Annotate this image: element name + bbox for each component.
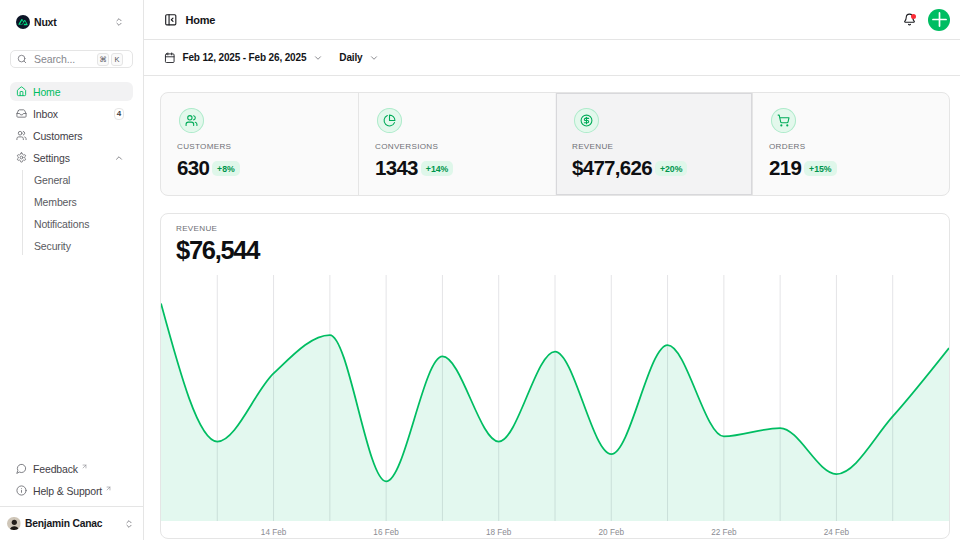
sidebar-item-settings[interactable]: Settings <box>10 148 133 167</box>
shopping-cart-icon <box>771 108 796 133</box>
stat-delta-badge: +20% <box>655 161 687 177</box>
stat-revenue[interactable]: REVENUE $477,626+20% <box>555 93 752 195</box>
chart-label: REVENUE <box>176 224 934 233</box>
kbd-k: K <box>111 53 123 66</box>
external-link-arrow-icon <box>105 485 112 492</box>
search-input[interactable]: Search... ⌘ K <box>10 50 133 68</box>
stat-delta-badge: +8% <box>212 161 240 177</box>
circle-dollar-sign-icon <box>574 108 599 133</box>
house-icon <box>16 86 27 97</box>
stat-delta-badge: +14% <box>421 161 453 177</box>
team-switcher[interactable]: Nuxt <box>10 12 133 31</box>
info-circle-icon <box>16 485 27 496</box>
stat-value: 630 <box>177 156 209 180</box>
page-title: Home <box>186 14 216 26</box>
stat-delta-badge: +15% <box>804 161 836 177</box>
x-tick-label: 16 Feb <box>373 528 399 537</box>
period-select[interactable]: Daily <box>339 52 379 63</box>
panel-left-close-icon[interactable] <box>164 13 178 27</box>
sidebar-item-label: Security <box>34 240 71 252</box>
search-placeholder: Search... <box>34 53 92 65</box>
kbd-meta: ⌘ <box>97 53 109 66</box>
chevrons-up-down-icon <box>114 13 124 31</box>
user-name: Benjamin Canac <box>25 518 102 529</box>
date-range-value: Feb 12, 2025 - Feb 26, 2025 <box>183 52 307 63</box>
sidebar-item-security[interactable]: Security <box>23 236 133 255</box>
sidebar-nav: Home Inbox 4 Customers Settings <box>10 82 133 258</box>
chevron-up-icon <box>114 153 124 163</box>
x-tick-label: 14 Feb <box>261 528 287 537</box>
settings-gear-icon <box>16 152 27 163</box>
x-tick-label: 20 Feb <box>599 528 625 537</box>
inbox-icon <box>16 108 27 119</box>
users-icon <box>16 130 27 141</box>
sidebar-item-label: Help & Support <box>33 485 102 497</box>
dashboard-content: CUSTOMERS 630+8% CONVERSIONS 1343+14% RE… <box>144 76 960 540</box>
calendar-icon <box>164 52 176 64</box>
search-icon <box>17 54 27 64</box>
main-panel: Home Feb 12, 2025 - Feb 26, 2025 Daily <box>144 0 960 540</box>
chart-pie-icon <box>377 108 402 133</box>
users-icon <box>179 108 204 133</box>
chevron-down-icon <box>313 53 323 63</box>
x-tick-label: 18 Feb <box>486 528 512 537</box>
x-tick-label: 24 Feb <box>824 528 850 537</box>
stats-row: CUSTOMERS 630+8% CONVERSIONS 1343+14% RE… <box>160 92 950 196</box>
nuxt-logo-icon <box>16 15 30 29</box>
stat-orders[interactable]: ORDERS 219+15% <box>752 93 949 195</box>
notifications-button[interactable] <box>903 13 916 26</box>
sidebar-item-home[interactable]: Home <box>10 82 133 101</box>
add-button[interactable] <box>928 9 950 31</box>
settings-subnav: General Members Notifications Security <box>22 170 133 255</box>
sidebar-item-label: Feedback <box>33 463 78 475</box>
header-actions <box>903 9 950 31</box>
revenue-area-chart[interactable] <box>161 275 949 521</box>
sidebar-footer: Feedback Help & Support <box>10 459 133 503</box>
chevron-down-icon <box>369 53 379 63</box>
page-header: Home <box>144 0 960 40</box>
sidebar-item-label: Settings <box>33 152 70 164</box>
sidebar-item-label: Members <box>34 196 77 208</box>
stat-label: ORDERS <box>769 142 941 151</box>
message-circle-icon <box>16 463 27 474</box>
stat-customers[interactable]: CUSTOMERS 630+8% <box>161 93 358 195</box>
filter-toolbar: Feb 12, 2025 - Feb 26, 2025 Daily <box>144 40 960 76</box>
sidebar-item-label: Notifications <box>34 218 89 230</box>
sidebar-item-members[interactable]: Members <box>23 192 133 211</box>
sidebar-item-label: Customers <box>33 130 82 142</box>
sidebar-item-label: Inbox <box>33 108 58 120</box>
sidebar-item-inbox[interactable]: Inbox 4 <box>10 104 133 123</box>
sidebar-item-label: Home <box>33 86 60 98</box>
date-range-picker[interactable]: Feb 12, 2025 - Feb 26, 2025 <box>164 52 323 64</box>
sidebar-item-general[interactable]: General <box>23 170 133 189</box>
stat-conversions[interactable]: CONVERSIONS 1343+14% <box>358 93 555 195</box>
x-tick-label: 22 Feb <box>711 528 737 537</box>
sidebar-item-notifications[interactable]: Notifications <box>23 214 133 233</box>
stat-value: $477,626 <box>572 156 652 180</box>
sidebar-main: Nuxt Search... ⌘ K Home Inbox 4 <box>0 0 143 503</box>
external-link-arrow-icon <box>81 463 88 470</box>
sidebar-item-customers[interactable]: Customers <box>10 126 133 145</box>
sidebar-user-section: Benjamin Canac <box>0 506 143 540</box>
avatar <box>7 517 21 531</box>
plus-icon <box>932 12 947 27</box>
chart-x-axis-labels: 14 Feb16 Feb18 Feb20 Feb22 Feb24 Feb <box>161 521 949 540</box>
stat-label: REVENUE <box>572 142 744 151</box>
stat-label: CUSTOMERS <box>177 142 350 151</box>
notification-dot <box>911 14 916 19</box>
app-shell: Nuxt Search... ⌘ K Home Inbox 4 <box>0 0 960 540</box>
sidebar: Nuxt Search... ⌘ K Home Inbox 4 <box>0 0 144 540</box>
inbox-count-badge: 4 <box>114 108 124 120</box>
stat-value: 219 <box>769 156 801 180</box>
chevrons-up-down-icon <box>124 515 134 533</box>
period-value: Daily <box>339 52 362 63</box>
sidebar-item-feedback[interactable]: Feedback <box>10 459 133 478</box>
team-name: Nuxt <box>34 16 57 28</box>
stat-value: 1343 <box>375 156 418 180</box>
user-menu[interactable]: Benjamin Canac <box>7 514 134 533</box>
sidebar-item-help-support[interactable]: Help & Support <box>10 481 133 500</box>
revenue-chart-card: REVENUE $76,544 14 Feb16 Feb18 Feb20 Feb… <box>160 213 950 539</box>
chart-total: $76,544 <box>176 236 934 265</box>
chart-header: REVENUE $76,544 <box>161 214 949 265</box>
sidebar-item-label: General <box>34 174 70 186</box>
